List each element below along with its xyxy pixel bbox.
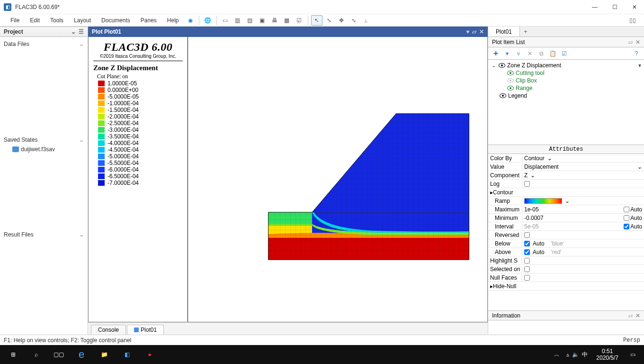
menu-file[interactable]: File (6, 16, 24, 25)
layout-5-icon[interactable]: ▦ (281, 15, 293, 26)
tree-legend[interactable]: Legend (491, 92, 641, 100)
layout-4-icon[interactable]: ▣ (257, 15, 268, 26)
attr-color-by-value[interactable]: Contour ⌄ (522, 155, 644, 162)
taskbar-flac3d-icon[interactable]: ◧ (116, 345, 138, 364)
attr-component-value[interactable]: Z ⌄ (522, 172, 644, 179)
tab-console[interactable]: Console (91, 325, 126, 335)
task-view-button[interactable]: ▢▢ (47, 345, 70, 364)
minimize-button[interactable]: — (589, 4, 600, 10)
copy-icon[interactable]: ⧉ (537, 49, 546, 58)
menu-help[interactable]: Help (162, 16, 184, 25)
attr-component-label: Component (488, 172, 522, 179)
eye-icon[interactable] (507, 71, 514, 75)
search-button[interactable]: ⌕ (25, 345, 47, 364)
close-icon[interactable]: ✕ (479, 28, 484, 35)
volume-icon[interactable]: 🔈 (572, 351, 579, 358)
attr-interval-input[interactable] (524, 223, 621, 230)
window-buttons: — ☐ ✕ (589, 4, 640, 10)
link-icon[interactable]: ∿ (348, 15, 359, 26)
menu-documents[interactable]: Documents (97, 16, 135, 25)
tree-zone-z-displacement[interactable]: ⌄ Zone Z Displacement ▾ (491, 62, 641, 69)
taskbar-record-icon[interactable]: ● (138, 345, 161, 364)
cursor-alt-icon[interactable]: ⤡ (323, 15, 335, 26)
eye-icon[interactable] (499, 63, 505, 68)
menu-layout[interactable]: Layout (69, 16, 96, 25)
eye-icon[interactable] (500, 93, 506, 98)
print-icon[interactable]: 🖶 (269, 15, 280, 26)
cursor-icon[interactable]: ↖ (311, 15, 322, 26)
attr-above-auto-checkbox[interactable] (524, 249, 530, 255)
close-icon[interactable]: ✕ (635, 312, 640, 319)
attr-highlight-checkbox[interactable] (524, 258, 530, 264)
help-icon[interactable]: ◉ (185, 15, 196, 26)
paste-icon[interactable]: 📋 (548, 49, 557, 58)
attr-interval-auto-checkbox[interactable] (624, 224, 629, 229)
taskbar-explorer-icon[interactable]: 📁 (93, 345, 116, 364)
saved-state-file[interactable]: duijiwet.f3sav (4, 145, 84, 154)
attr-contour-group[interactable]: ▸Contour (488, 189, 522, 196)
start-button[interactable]: ⊞ (2, 345, 25, 364)
viewport-3d[interactable] (188, 37, 487, 322)
axes-icon[interactable]: ⟂ (360, 15, 372, 26)
panel-menu-icon[interactable]: ☰ (79, 28, 84, 35)
chevron-down-icon[interactable]: ▾ (638, 62, 641, 69)
layout-1-icon[interactable]: ▭ (220, 15, 231, 26)
attr-color-by-label: Color By (488, 155, 522, 162)
menu-tools[interactable]: Tools (45, 16, 68, 25)
filter-icon[interactable]: ▿ (514, 49, 523, 58)
tree-range[interactable]: Range (491, 84, 641, 92)
move-icon[interactable]: ✥ (336, 15, 347, 26)
chevron-down-icon[interactable]: ⌄ (71, 28, 76, 35)
attr-max-auto-checkbox[interactable] (624, 207, 629, 212)
attr-hide-null-group[interactable]: ▸Hide-Null (488, 283, 522, 290)
project-panel-header[interactable]: Project ⌄ ☰ (0, 27, 88, 37)
chevron-down-icon[interactable]: ▾ (466, 28, 469, 35)
tree-cutting-tool[interactable]: Cutting tool (491, 69, 641, 77)
restore-icon[interactable]: ▱ (472, 28, 476, 35)
check-icon[interactable]: ☑ (559, 49, 569, 58)
attr-value-value[interactable]: Displacement ⌄ (522, 164, 644, 170)
plot-titlebar[interactable]: Plot Plot01 ▾ ▱ ✕ (88, 27, 488, 37)
menu-panes[interactable]: Panes (136, 16, 161, 25)
tab-plot01[interactable]: Plot01 (127, 325, 164, 335)
attr-ramp-value[interactable]: ⌄ (522, 198, 644, 204)
delete-icon[interactable]: ✕ (525, 49, 535, 58)
attr-selected-checkbox[interactable] (524, 266, 530, 272)
expand-icon[interactable]: ⌄ (491, 62, 497, 69)
attr-min-input[interactable] (524, 215, 621, 221)
eye-icon[interactable] (507, 86, 514, 91)
restore-icon[interactable]: ▱ (628, 39, 633, 46)
tray-expand-icon[interactable]: ︿ (551, 351, 563, 359)
restore-icon[interactable]: ▱ (628, 312, 633, 319)
eye-icon[interactable] (507, 78, 514, 83)
taskbar-ie-icon[interactable]: e (70, 345, 93, 364)
menu-edit[interactable]: Edit (25, 16, 45, 25)
tab-add-button[interactable]: + (520, 27, 531, 36)
close-icon[interactable]: ✕ (635, 39, 640, 46)
attr-min-auto-checkbox[interactable] (624, 215, 629, 221)
attr-reversed-checkbox[interactable] (524, 232, 530, 238)
layout-2-icon[interactable]: ▥ (232, 15, 243, 26)
layout-3-icon[interactable]: ▤ (244, 15, 256, 26)
globe-icon[interactable]: 🌐 (202, 15, 214, 26)
dropdown-icon[interactable]: ▾ (502, 49, 512, 58)
attr-log-checkbox[interactable] (524, 181, 530, 187)
help-icon[interactable]: ? (632, 49, 641, 58)
ime-icon[interactable]: 中 (582, 351, 588, 359)
add-item-icon[interactable]: ✚ (491, 49, 501, 58)
section-saved-states[interactable]: Saved States⌄ (4, 135, 84, 145)
network-icon[interactable]: ▵ (566, 351, 569, 358)
panel-toggle-icon[interactable]: ▯▯ (627, 15, 638, 26)
maximize-button[interactable]: ☐ (609, 4, 620, 10)
section-data-files[interactable]: Data Files⌄ (4, 39, 84, 49)
attr-null-faces-checkbox[interactable] (524, 275, 530, 281)
attr-below-auto-checkbox[interactable] (524, 241, 530, 246)
section-result-files[interactable]: Result Files⌄ (4, 229, 84, 240)
tab-plot01-right[interactable]: Plot01 (488, 27, 520, 36)
attr-max-input[interactable] (524, 206, 621, 213)
check-icon[interactable]: ☑ (294, 15, 305, 26)
tree-clip-box[interactable]: Clip Box (491, 77, 641, 84)
close-button[interactable]: ✕ (629, 4, 640, 10)
tray-clock[interactable]: 0:51 2020/5/7 (591, 348, 623, 362)
notifications-icon[interactable]: ▭ (623, 345, 642, 364)
